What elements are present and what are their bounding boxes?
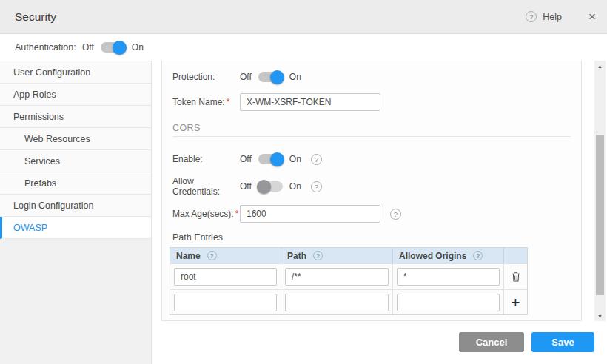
allow-credentials-toggle[interactable] [258,181,283,192]
protection-toggle[interactable] [258,72,283,82]
scrollbar-thumb[interactable] [596,135,604,295]
max-age-label: Max Age(secs):* [172,209,240,219]
sidebar: User Configuration App Roles Permissions… [0,61,152,364]
column-header-path: Path? [281,248,393,263]
token-name-row: Token Name:* [172,93,571,111]
sidebar-item-label: App Roles [13,90,56,100]
toggle-knob [257,180,271,194]
enable-toggle[interactable] [258,154,283,164]
max-age-help-icon[interactable]: ? [390,209,401,220]
sidebar-item-prefabs[interactable]: Prefabs [0,172,151,195]
vertical-scrollbar: ▲ ▼ [594,61,606,321]
sidebar-item-label: Login Configuration [13,200,93,211]
new-path-entry-origins-input[interactable] [397,294,500,311]
help-icon: ? [526,11,537,22]
sidebar-item-permissions[interactable]: Permissions [0,106,151,128]
table-cell [393,263,504,289]
page-title: Security [15,10,56,24]
trash-icon [510,271,522,283]
max-age-input[interactable] [240,205,380,223]
protection-row: Protection: Off On [172,68,571,86]
table-cell [393,289,504,314]
allowed-origins-help-icon[interactable]: ? [473,251,483,260]
table-cell [170,289,281,314]
sidebar-item-label: Prefabs [24,178,56,189]
allow-credentials-on-label: On [289,181,301,192]
plus-icon: + [511,294,520,310]
scroll-up-arrow-icon[interactable]: ▲ [594,61,606,71]
sidebar-item-web-resources[interactable]: Web Resources [0,128,151,150]
token-name-label: Token Name:* [172,97,240,107]
enable-help-icon[interactable]: ? [311,154,322,165]
authentication-on-label: On [132,42,144,53]
enable-off-label: Off [240,154,252,164]
sidebar-item-services[interactable]: Services [0,150,151,172]
sidebar-item-label: Permissions [13,112,64,122]
dialog-header: Security ? Help × [0,0,607,33]
token-name-input[interactable] [240,93,380,111]
protection-off-label: Off [240,72,252,82]
add-row-button[interactable]: + [504,289,527,314]
required-marker: * [227,97,230,107]
path-entries-table: Name? Path? Allowed Origins? + [170,247,528,315]
delete-row-button[interactable] [504,263,527,289]
authentication-bar: Authentication: Off On [0,33,607,61]
path-entry-path-input[interactable] [285,268,389,286]
protection-label: Protection: [172,72,240,82]
cors-divider [172,136,571,137]
authentication-label: Authentication: [15,42,82,53]
allow-credentials-help-icon[interactable]: ? [311,181,322,192]
authentication-off-label: Off [82,42,94,53]
save-button[interactable]: Save [531,332,594,352]
table-cell [170,263,281,289]
owasp-settings-panel: Protection: Off On Token Name:* CORS Ena… [161,61,582,321]
help-button[interactable]: ? Help [526,11,562,22]
required-marker: * [235,209,239,219]
path-help-icon[interactable]: ? [313,251,323,260]
path-entries-title: Path Entries [172,232,223,243]
sidebar-item-label: User Configuration [13,67,90,78]
enable-on-label: On [289,154,301,164]
table-cell [281,263,393,289]
column-header-allowed-origins: Allowed Origins? [393,248,504,263]
sidebar-nav: User Configuration App Roles Permissions… [0,61,151,239]
path-entry-origins-input[interactable] [397,268,500,286]
cors-section-title: CORS [172,123,201,133]
sidebar-item-label: OWASP [13,223,47,233]
new-path-entry-name-input[interactable] [174,294,277,311]
path-entry-name-input[interactable] [174,268,277,286]
sidebar-item-login-configuration[interactable]: Login Configuration [0,195,151,217]
sidebar-item-app-roles[interactable]: App Roles [0,84,151,106]
toggle-knob [270,152,284,166]
sidebar-item-user-configuration[interactable]: User Configuration [0,61,151,84]
max-age-row: Max Age(secs):* ? [172,205,571,223]
security-dialog: Security ? Help × Authentication: Off On… [0,0,607,364]
allow-credentials-off-label: Off [240,181,252,192]
allow-credentials-label: Allow Credentials: [172,176,240,197]
name-help-icon[interactable]: ? [207,251,217,260]
cancel-button[interactable]: Cancel [459,332,524,352]
toggle-knob [113,41,127,55]
help-label: Help [543,12,562,22]
sidebar-item-label: Web Resources [24,134,90,144]
allow-credentials-row: Allow Credentials: Off On ? [172,178,571,195]
column-header-actions [504,248,527,263]
scroll-down-arrow-icon[interactable]: ▼ [594,311,606,321]
enable-row: Enable: Off On ? [172,150,571,168]
enable-label: Enable: [172,154,240,164]
close-icon[interactable]: × [588,10,596,23]
toggle-knob [270,70,284,84]
column-header-name: Name? [170,248,281,263]
protection-on-label: On [289,72,301,82]
authentication-toggle[interactable] [101,42,125,53]
sidebar-item-owasp[interactable]: OWASP [0,217,151,239]
table-cell [281,289,393,314]
new-path-entry-path-input[interactable] [285,294,389,311]
header-actions: ? Help × [526,10,596,23]
sidebar-item-label: Services [24,156,60,166]
